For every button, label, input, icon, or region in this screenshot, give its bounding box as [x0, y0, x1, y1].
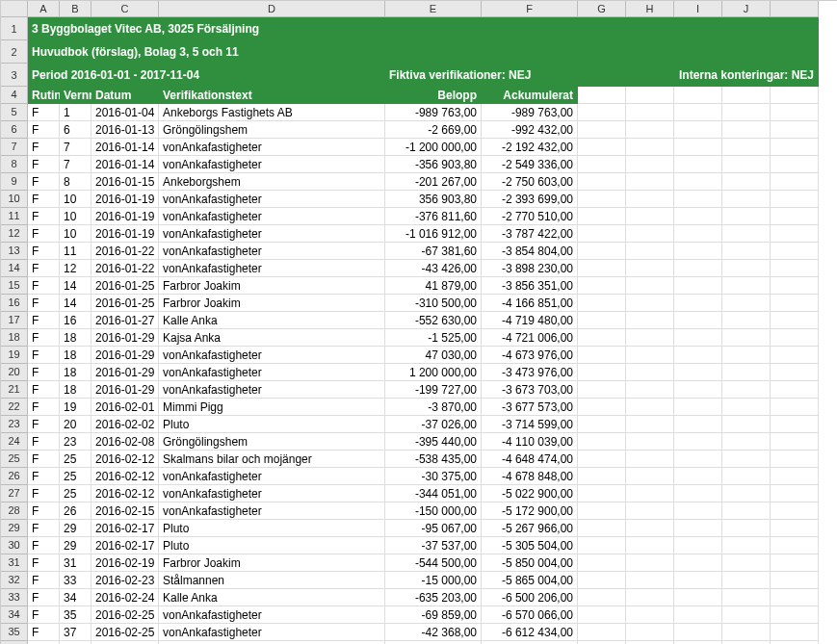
blank-cell[interactable] — [626, 451, 674, 468]
blank-cell[interactable] — [626, 139, 674, 156]
cell-belopp[interactable]: -356 903,80 — [385, 156, 482, 173]
cell-belopp[interactable]: -2 669,00 — [385, 121, 482, 139]
col-header-B[interactable]: B — [60, 1, 92, 17]
cell-belopp[interactable]: -538 435,00 — [385, 451, 482, 468]
cell-belopp[interactable]: -43 426,00 — [385, 260, 482, 277]
cell-belopp[interactable]: 356 903,80 — [385, 191, 482, 208]
blank-cell[interactable] — [771, 468, 819, 485]
blank-cell[interactable] — [722, 502, 771, 520]
blank-cell[interactable] — [626, 295, 674, 312]
cell-ack[interactable]: -5 305 504,00 — [482, 537, 578, 554]
cell-rutin[interactable]: F — [28, 520, 60, 537]
cell-text[interactable]: vonAnkafastigheter — [159, 156, 385, 173]
row-header[interactable]: 27 — [1, 485, 28, 502]
cell-text[interactable]: vonAnkafastigheter — [159, 225, 385, 243]
cell-text[interactable]: Ankeborgshem — [159, 173, 385, 191]
cell-rutin[interactable]: F — [28, 589, 60, 606]
cell-ack[interactable]: -4 648 474,00 — [482, 451, 578, 468]
blank-cell[interactable] — [674, 347, 722, 364]
blank-cell[interactable] — [578, 416, 626, 433]
blank-cell[interactable] — [626, 468, 674, 485]
cell-belopp[interactable]: -30 375,00 — [385, 468, 482, 485]
cell-rutin[interactable]: F — [28, 502, 60, 520]
blank-cell[interactable] — [578, 606, 626, 624]
blank-cell[interactable] — [626, 260, 674, 277]
row-header[interactable]: 31 — [1, 554, 28, 572]
cell-ack[interactable]: -4 110 039,00 — [482, 433, 578, 451]
blank-cell[interactable] — [578, 624, 626, 641]
cell-datum[interactable]: 2016-02-01 — [92, 399, 159, 416]
cell-vernr[interactable]: 14 — [60, 295, 92, 312]
blank-cell[interactable] — [578, 468, 626, 485]
col-header-A[interactable]: A — [28, 1, 60, 17]
cell-belopp[interactable]: -201 267,00 — [385, 173, 482, 191]
blank-cell[interactable] — [578, 260, 626, 277]
blank-cell[interactable] — [674, 104, 722, 121]
blank-cell[interactable] — [771, 554, 819, 572]
blank-cell[interactable] — [578, 312, 626, 329]
blank-cell[interactable] — [626, 381, 674, 399]
cell-vernr[interactable]: 18 — [60, 347, 92, 364]
blank-cell[interactable] — [578, 139, 626, 156]
cell-text[interactable]: Farbror Joakim — [159, 554, 385, 572]
blank-cell[interactable] — [626, 572, 674, 589]
cell-datum[interactable]: 2016-01-14 — [92, 156, 159, 173]
blank-cell[interactable] — [771, 191, 819, 208]
row-header[interactable]: 13 — [1, 243, 28, 260]
cell-text[interactable]: vonAnkafastigheter — [159, 606, 385, 624]
cell-belopp[interactable]: 1 200 000,00 — [385, 364, 482, 381]
cell-text[interactable]: vonAnkafastigheter — [159, 381, 385, 399]
row-header[interactable]: 19 — [1, 347, 28, 364]
blank-cell[interactable] — [578, 225, 626, 243]
cell-datum[interactable]: 2016-02-12 — [92, 468, 159, 485]
blank-cell[interactable] — [722, 381, 771, 399]
col-header-C[interactable]: C — [92, 1, 159, 17]
blank-cell[interactable] — [722, 173, 771, 191]
blank-cell[interactable] — [722, 468, 771, 485]
blank-cell[interactable] — [674, 260, 722, 277]
cell-rutin[interactable]: F — [28, 295, 60, 312]
cell-text[interactable]: vonAnkafastigheter — [159, 208, 385, 225]
cell-datum[interactable]: 2016-02-23 — [92, 572, 159, 589]
row-header[interactable]: 11 — [1, 208, 28, 225]
blank-cell[interactable] — [674, 156, 722, 173]
cell-ack[interactable]: -4 166 851,00 — [482, 295, 578, 312]
blank-cell[interactable] — [626, 347, 674, 364]
blank-cell[interactable] — [771, 537, 819, 554]
blank-cell[interactable] — [626, 225, 674, 243]
cell-datum[interactable]: 2016-02-25 — [92, 624, 159, 641]
cell-belopp[interactable]: -69 859,00 — [385, 606, 482, 624]
blank-cell[interactable] — [578, 173, 626, 191]
blank-cell[interactable] — [722, 329, 771, 347]
col-header-G[interactable]: G — [578, 1, 626, 17]
cell-datum[interactable]: 2016-01-29 — [92, 364, 159, 381]
blank-cell[interactable] — [771, 606, 819, 624]
cell-vernr[interactable]: 18 — [60, 381, 92, 399]
cell-rutin[interactable]: F — [28, 191, 60, 208]
blank-cell[interactable] — [674, 87, 722, 104]
blank-cell[interactable] — [674, 537, 722, 554]
cell-text[interactable]: vonAnkafastigheter — [159, 624, 385, 641]
blank-cell[interactable] — [771, 347, 819, 364]
cell-text[interactable]: Gröngölingshem — [159, 433, 385, 451]
cell-belopp[interactable]: -1 200 000,00 — [385, 139, 482, 156]
blank-cell[interactable] — [674, 173, 722, 191]
cell-datum[interactable]: 2016-02-02 — [92, 416, 159, 433]
cell-datum[interactable]: 2016-02-19 — [92, 554, 159, 572]
cell-text[interactable]: Skalmans bilar och mojänger — [159, 451, 385, 468]
cell-ack[interactable]: -5 022 900,00 — [482, 485, 578, 502]
cell-vernr[interactable]: 7 — [60, 156, 92, 173]
row-header[interactable]: 17 — [1, 312, 28, 329]
blank-cell[interactable] — [626, 156, 674, 173]
cell-ack[interactable]: -2 750 603,00 — [482, 173, 578, 191]
cell-belopp[interactable]: -42 368,00 — [385, 624, 482, 641]
cell-vernr[interactable]: 35 — [60, 606, 92, 624]
blank-cell[interactable] — [771, 502, 819, 520]
row-header[interactable]: 9 — [1, 173, 28, 191]
cell-belopp[interactable]: -37 537,00 — [385, 537, 482, 554]
cell-rutin[interactable]: F — [28, 156, 60, 173]
cell-belopp[interactable]: -635 203,00 — [385, 589, 482, 606]
cell-text[interactable]: vonAnkafastigheter — [159, 191, 385, 208]
blank-cell[interactable] — [578, 243, 626, 260]
col-header-J[interactable]: J — [722, 1, 771, 17]
